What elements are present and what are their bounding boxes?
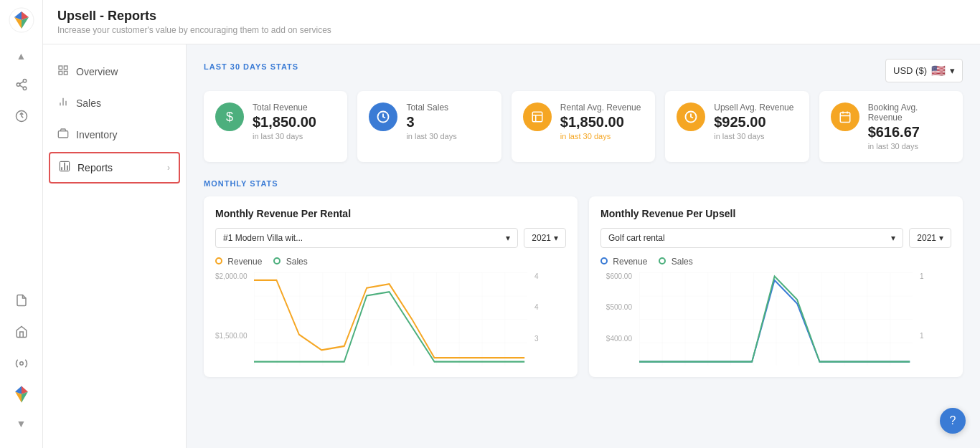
sidebar: Overview Sales Inventory bbox=[43, 44, 187, 448]
upsell-avg-value: $925.00 bbox=[714, 114, 797, 130]
main-content: LAST 30 DAYS STATS USD ($) 🇺🇸 ▾ $ Total … bbox=[187, 44, 980, 448]
overview-icon bbox=[57, 65, 69, 79]
collapse-down-icon[interactable]: ▼ bbox=[11, 414, 32, 434]
stat-card-booking-avg: Booking Avg. Revenue $616.67 in last 30 … bbox=[819, 91, 963, 162]
rental-property-select[interactable]: #1 Modern Villa wit... ▾ bbox=[215, 228, 518, 248]
svg-point-3 bbox=[23, 87, 27, 90]
upsell-chart-plot bbox=[639, 272, 913, 366]
sidebar-item-overview[interactable]: Overview bbox=[43, 56, 186, 87]
rental-property-chevron: ▾ bbox=[506, 233, 510, 243]
reports-icon bbox=[59, 161, 70, 175]
help-icon: ? bbox=[950, 414, 956, 427]
svg-rect-15 bbox=[58, 131, 67, 138]
rental-chart-area: $2,000.00 $1,500.00 bbox=[215, 272, 566, 366]
sales-icon bbox=[57, 96, 69, 110]
rental-avg-value: $1,850.00 bbox=[560, 114, 644, 130]
rental-chart-plot bbox=[254, 272, 527, 366]
stat-card-total-revenue: $ Total Revenue $1,850.00 in last 30 day… bbox=[204, 91, 347, 162]
stats-cards: $ Total Revenue $1,850.00 in last 30 day… bbox=[204, 91, 963, 162]
top-bar: Upsell - Reports Increase your customer'… bbox=[43, 0, 980, 44]
rental-avg-icon bbox=[523, 103, 552, 131]
upsell-chart-legend: Revenue Sales bbox=[600, 257, 951, 267]
upsell-avg-icon bbox=[677, 103, 705, 131]
upsell-property-select[interactable]: Golf cart rental ▾ bbox=[600, 228, 903, 248]
svg-point-7 bbox=[19, 362, 23, 366]
svg-rect-8 bbox=[59, 66, 62, 70]
upsell-chart-title: Monthly Revenue Per Upsell bbox=[600, 208, 951, 219]
rental-year-label: 2021 bbox=[532, 233, 551, 243]
svg-point-2 bbox=[17, 83, 20, 87]
sidebar-sales-label: Sales bbox=[76, 97, 101, 109]
sidebar-item-inventory[interactable]: Inventory bbox=[43, 119, 186, 151]
svg-line-4 bbox=[19, 85, 23, 87]
reports-chevron-icon: › bbox=[167, 163, 170, 173]
app-logo-bottom[interactable] bbox=[9, 382, 34, 408]
upsell-y-right-axis: 1 1 bbox=[915, 272, 951, 366]
page-subtitle: Increase your customer's value by encour… bbox=[57, 25, 331, 35]
total-sales-icon bbox=[369, 103, 397, 131]
help-button[interactable]: ? bbox=[940, 408, 966, 434]
booking-avg-value: $616.67 bbox=[868, 124, 951, 140]
stat-card-upsell-avg: Upsell Avg. Revenue $925.00 in last 30 d… bbox=[665, 91, 809, 162]
app-logo[interactable] bbox=[9, 7, 34, 33]
upsell-chart-area: $600.00 $500.00 $400.00 bbox=[600, 272, 951, 366]
flag-icon: 🇺🇸 bbox=[931, 64, 946, 77]
svg-rect-11 bbox=[59, 71, 62, 75]
upsell-avg-label: Upsell Avg. Revenue bbox=[714, 103, 797, 113]
rental-legend-sales: Sales bbox=[273, 257, 307, 267]
rental-chart-legend: Revenue Sales bbox=[215, 257, 566, 267]
monthly-grid: Monthly Revenue Per Rental #1 Modern Vil… bbox=[204, 196, 963, 377]
upsell-chart-controls: Golf cart rental ▾ 2021 ▾ bbox=[600, 228, 951, 248]
svg-line-5 bbox=[19, 82, 23, 84]
rental-avg-sub: in last 30 days bbox=[560, 132, 644, 140]
rental-chart-title: Monthly Revenue Per Rental bbox=[215, 208, 566, 219]
total-revenue-label: Total Revenue bbox=[253, 103, 336, 113]
rental-chart-controls: #1 Modern Villa wit... ▾ 2021 ▾ bbox=[215, 228, 566, 248]
stats-header: LAST 30 DAYS STATS USD ($) 🇺🇸 ▾ bbox=[204, 59, 963, 82]
currency-selector[interactable]: USD ($) 🇺🇸 ▾ bbox=[885, 59, 963, 82]
currency-chevron-icon: ▾ bbox=[950, 65, 955, 76]
rental-legend-revenue: Revenue bbox=[215, 257, 262, 267]
booking-avg-sub: in last 30 days bbox=[868, 142, 951, 151]
currency-label: USD ($) bbox=[893, 65, 927, 76]
document-icon[interactable] bbox=[9, 287, 34, 313]
rental-year-chevron: ▾ bbox=[554, 233, 558, 243]
store-icon[interactable] bbox=[9, 319, 34, 345]
upsell-chart-card: Monthly Revenue Per Upsell Golf cart ren… bbox=[589, 196, 963, 377]
upsell-year-chevron: ▾ bbox=[939, 233, 943, 243]
monthly-section: MONTHLY STATS Monthly Revenue Per Rental… bbox=[204, 179, 963, 377]
total-revenue-sub: in last 30 days bbox=[253, 132, 336, 140]
upsell-y-axis: $600.00 $500.00 $400.00 bbox=[600, 272, 636, 366]
svg-point-1 bbox=[23, 80, 27, 83]
collapse-up-icon[interactable]: ▲ bbox=[11, 46, 32, 66]
rental-chart-card: Monthly Revenue Per Rental #1 Modern Vil… bbox=[204, 196, 578, 377]
stat-card-rental-avg: Rental Avg. Revenue $1,850.00 in last 30… bbox=[512, 91, 655, 162]
total-revenue-icon: $ bbox=[215, 103, 244, 131]
sidebar-inventory-label: Inventory bbox=[76, 129, 118, 140]
rental-year-select[interactable]: 2021 ▾ bbox=[524, 228, 566, 248]
total-sales-label: Total Sales bbox=[406, 103, 489, 113]
rental-avg-label: Rental Avg. Revenue bbox=[560, 103, 644, 113]
svg-rect-30 bbox=[639, 272, 913, 366]
upsell-legend-revenue: Revenue bbox=[600, 257, 647, 267]
svg-rect-10 bbox=[64, 71, 67, 75]
tool-icon[interactable] bbox=[9, 351, 34, 376]
page-title: Upsell - Reports bbox=[57, 9, 331, 24]
upsell-legend-sales: Sales bbox=[659, 257, 692, 267]
sidebar-item-sales[interactable]: Sales bbox=[43, 87, 186, 119]
booking-avg-icon bbox=[831, 103, 859, 131]
upsell-avg-sub: in last 30 days bbox=[714, 132, 797, 140]
icon-bar: ▲ bbox=[0, 0, 43, 448]
upsell-icon[interactable] bbox=[9, 103, 34, 129]
sidebar-item-reports[interactable]: Reports › bbox=[49, 152, 180, 184]
upsell-property-label: Golf cart rental bbox=[608, 233, 665, 243]
last30-label: LAST 30 DAYS STATS bbox=[204, 62, 298, 71]
sidebar-overview-label: Overview bbox=[76, 66, 118, 77]
rental-y-axis: $2,000.00 $1,500.00 bbox=[215, 272, 251, 366]
svg-rect-9 bbox=[64, 66, 67, 70]
total-sales-value: 3 bbox=[406, 114, 489, 130]
total-revenue-value: $1,850.00 bbox=[253, 114, 336, 130]
share-icon[interactable] bbox=[9, 72, 34, 97]
upsell-year-select[interactable]: 2021 ▾ bbox=[909, 228, 951, 248]
upsell-property-chevron: ▾ bbox=[891, 233, 895, 243]
